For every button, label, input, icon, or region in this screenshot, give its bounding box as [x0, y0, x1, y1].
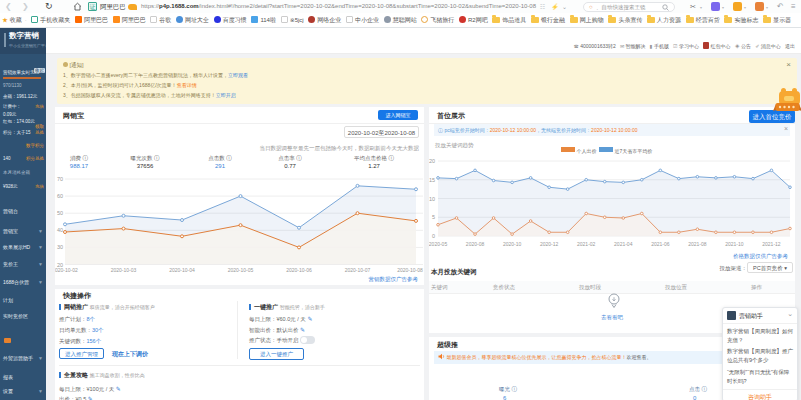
svg-text:2021-04: 2021-04 [614, 241, 633, 247]
svg-text:2020-10-02: 2020-10-02 [55, 267, 78, 273]
svg-text:2021-08: 2021-08 [688, 241, 707, 247]
svg-text:2020-10-06: 2020-10-06 [286, 267, 312, 273]
svg-text:10: 10 [429, 196, 435, 202]
svg-text:40: 40 [57, 227, 63, 233]
svg-text:70: 70 [57, 176, 63, 182]
svg-text:30: 30 [57, 244, 63, 250]
svg-text:2020-10-07: 2020-10-07 [345, 267, 371, 273]
svg-text:50: 50 [57, 210, 63, 216]
svg-text:2020-08: 2020-08 [466, 241, 485, 247]
svg-text:2020-12: 2020-12 [540, 241, 559, 247]
svg-text:2020-10-08: 2020-10-08 [397, 267, 423, 273]
svg-text:20: 20 [429, 158, 435, 164]
svg-text:2020-05: 2020-05 [429, 241, 447, 247]
svg-text:0: 0 [432, 233, 435, 239]
svg-text:2020-10-05: 2020-10-05 [228, 267, 254, 273]
svg-text:2021-06: 2021-06 [651, 241, 670, 247]
svg-text:2021-02: 2021-02 [577, 241, 596, 247]
svg-text:2020-10-03: 2020-10-03 [111, 267, 137, 273]
svg-text:5: 5 [432, 214, 435, 220]
svg-text:2020-10: 2020-10 [503, 241, 522, 247]
svg-text:2021-12: 2021-12 [762, 241, 781, 247]
svg-text:60: 60 [57, 193, 63, 199]
svg-text:2020-10-04: 2020-10-04 [169, 267, 195, 273]
svg-text:15: 15 [429, 177, 435, 183]
svg-text:2021-10: 2021-10 [725, 241, 744, 247]
